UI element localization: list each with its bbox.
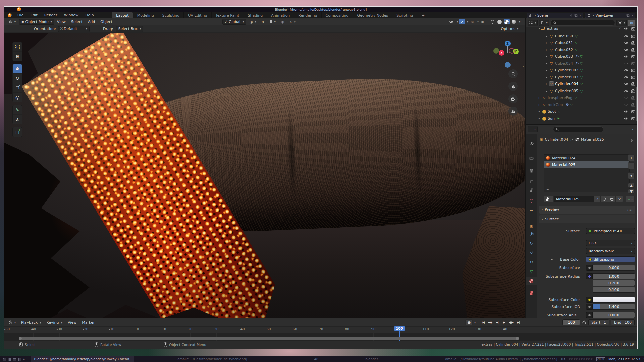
play-button[interactable]: ▶ <box>501 319 507 325</box>
fake-user-button[interactable] <box>600 196 608 202</box>
gizmo-y-neg-axis[interactable] <box>509 48 515 54</box>
eye-icon[interactable] <box>624 54 628 59</box>
value-slider[interactable]: 0.000 <box>593 312 635 318</box>
eye-icon[interactable] <box>624 89 628 93</box>
eye-icon[interactable] <box>624 41 628 45</box>
properties-editor-type-button[interactable]: ☰▾ <box>528 126 538 132</box>
tool-annotate-button[interactable]: ✎ <box>13 105 22 115</box>
eye-icon[interactable] <box>624 68 628 72</box>
properties-options-dropdown[interactable]: ▾ <box>632 128 633 131</box>
outliner-row-cube.054[interactable]: ▸▽ Cube.054▽ <box>526 60 637 67</box>
shading-material-button[interactable] <box>504 19 510 24</box>
pager-arrow-icon[interactable]: ↓ <box>23 357 25 361</box>
tool-transform-button[interactable]: ◎ <box>13 93 22 102</box>
timeline-menu-marker[interactable]: Marker <box>79 320 97 325</box>
unlink-material-button[interactable]: × <box>616 196 623 202</box>
workspace-tab-animation[interactable]: Animation <box>267 12 294 18</box>
eye-icon[interactable] <box>624 34 628 38</box>
slot-move-up-button[interactable]: ▲ <box>628 183 635 188</box>
show-overlays-button[interactable]: ◎ <box>469 19 475 24</box>
proportional-falloff-selector[interactable]: ∧▾ <box>287 19 297 25</box>
show-object-types-button[interactable] <box>448 19 454 24</box>
properties-tab-output[interactable] <box>526 166 537 175</box>
tool-scale-button[interactable]: □↗ <box>13 83 22 93</box>
pivot-point-selector[interactable]: ◎▾ <box>248 19 258 25</box>
orientation-dropdown[interactable]: ⤱ Default▾ <box>58 26 90 32</box>
add-slot-button[interactable]: + <box>628 154 635 161</box>
gizmo-z-axis[interactable]: Z <box>505 41 511 46</box>
gizmo-x-neg-axis[interactable] <box>493 48 499 54</box>
properties-tab-physics[interactable] <box>526 248 537 257</box>
frame-start-field[interactable]: Start1 <box>588 319 609 325</box>
properties-tab-tool[interactable] <box>526 139 537 148</box>
outliner-row-cube.006[interactable]: ▸▽ Cube.006▽ <box>526 122 637 124</box>
resize-grip[interactable]: :::: <box>623 188 627 191</box>
outliner-row-cylinder.004[interactable]: ▸▽ Cylinder.004▽ <box>526 81 637 87</box>
timeline-ruler[interactable]: -50-40-30-20-100102030405060708090110120… <box>4 326 637 333</box>
proportional-edit-toggle[interactable]: ◉ <box>279 19 286 25</box>
outliner-search-input[interactable] <box>550 20 615 26</box>
properties-tab-view-layer[interactable] <box>526 177 537 186</box>
tool-measure-button[interactable]: ∡ <box>13 115 22 124</box>
slot-move-down-button[interactable]: ▼ <box>628 189 635 194</box>
eye-icon[interactable] <box>624 116 628 121</box>
value-slider[interactable]: 0.200 <box>593 280 635 286</box>
workspace-tab-geometry-nodes[interactable]: Geometry Nodes <box>353 12 392 18</box>
taskbar-window-1[interactable]: amalie ~/Desktop/blender [sc syncblend] <box>174 356 250 362</box>
outliner-row-rockgeo[interactable]: ▸▽ rockGeo▽ <box>526 101 637 108</box>
shading-rendered-button[interactable] <box>511 19 517 24</box>
outliner-scrollbar[interactable] <box>636 87 637 121</box>
preview-panel-header[interactable]: ›Preview:::: <box>539 206 635 214</box>
workspace-tab-shading[interactable]: Shading <box>244 12 267 18</box>
close-icon[interactable]: × <box>579 14 582 17</box>
tool-add-cube-button[interactable]: □+ <box>13 127 22 137</box>
outliner-row-cylinder.003[interactable]: ▸▽ Cylinder.003▽ <box>526 74 637 80</box>
properties-tab-modifiers[interactable] <box>526 230 537 238</box>
properties-tab-particles[interactable] <box>526 239 537 248</box>
remove-slot-button[interactable]: − <box>628 162 635 169</box>
properties-tab-object-data[interactable]: ▽ <box>526 267 537 276</box>
workspace-tab-sculpting[interactable]: Sculpting <box>158 12 184 18</box>
workspace-pager[interactable]: ↓ <box>0 357 28 361</box>
close-icon[interactable]: × <box>631 14 634 17</box>
pager-cell[interactable] <box>3 358 6 361</box>
pager-cell[interactable] <box>8 358 11 361</box>
tool-cursor-button[interactable]: ⊕ <box>13 52 22 61</box>
outliner-row-cube.050[interactable]: ▸▽ Cube.050▽ <box>526 33 637 39</box>
scene-selector[interactable]: ▾ Scene × <box>527 13 583 18</box>
eye-icon[interactable] <box>624 75 628 79</box>
viewport-menu-object[interactable]: Object <box>98 20 115 24</box>
region-collapse-arrow[interactable]: ‹ <box>523 64 524 69</box>
outliner-row-spot[interactable]: ▸⬤ Spot◺ <box>526 108 637 115</box>
camera-visibility-icon[interactable] <box>631 116 635 121</box>
socket-chip[interactable] <box>586 297 593 303</box>
value-slider[interactable]: 0.100 <box>593 287 635 293</box>
snap-toggle[interactable]: ∩ <box>260 19 266 25</box>
workspace-tab-rendering[interactable]: Rendering <box>294 12 321 18</box>
viewport-canvas[interactable]: ▸⊕↔↕↻□↗◎✎∡□+ Z X Y <box>4 33 525 318</box>
properties-tab-scene[interactable] <box>526 185 537 194</box>
mode-selector[interactable]: ▣ Object Mode▾ <box>19 19 54 25</box>
copy-icon[interactable] <box>574 14 578 17</box>
eye-icon[interactable] <box>624 109 628 114</box>
add-workspace-button[interactable]: + <box>417 12 429 18</box>
copy-icon[interactable] <box>626 14 630 17</box>
eye-closed-icon[interactable] <box>624 61 628 66</box>
tool-rotate-button[interactable]: ↻ <box>13 74 22 83</box>
camera-visibility-icon[interactable] <box>631 48 635 52</box>
value-slider[interactable]: 1.400 <box>593 304 635 310</box>
window-titlebar[interactable]: Blender* [/home/amalie/Desktop/blender/r… <box>4 7 637 12</box>
workspace-tab-modeling[interactable]: Modeling <box>133 12 158 18</box>
base-color-texture-field[interactable]: diffuse.png <box>586 256 635 262</box>
outliner-row-cube.052[interactable]: ▸▽ Cube.052▽ <box>526 46 637 53</box>
camera-visibility-icon[interactable] <box>631 61 635 66</box>
shading-wireframe-button[interactable] <box>490 19 496 24</box>
shading-solid-button[interactable] <box>497 19 503 24</box>
properties-tab-render[interactable] <box>526 154 537 162</box>
stopwatch-icon[interactable] <box>582 320 586 325</box>
menu-window[interactable]: Window <box>61 13 82 17</box>
timeline-scrollbar[interactable] <box>19 337 518 340</box>
camera-visibility-icon[interactable] <box>631 68 635 72</box>
camera-visibility-icon[interactable] <box>631 109 635 114</box>
outliner-row-cylinder.005[interactable]: ▸▽ Cylinder.005▽ <box>526 87 637 94</box>
